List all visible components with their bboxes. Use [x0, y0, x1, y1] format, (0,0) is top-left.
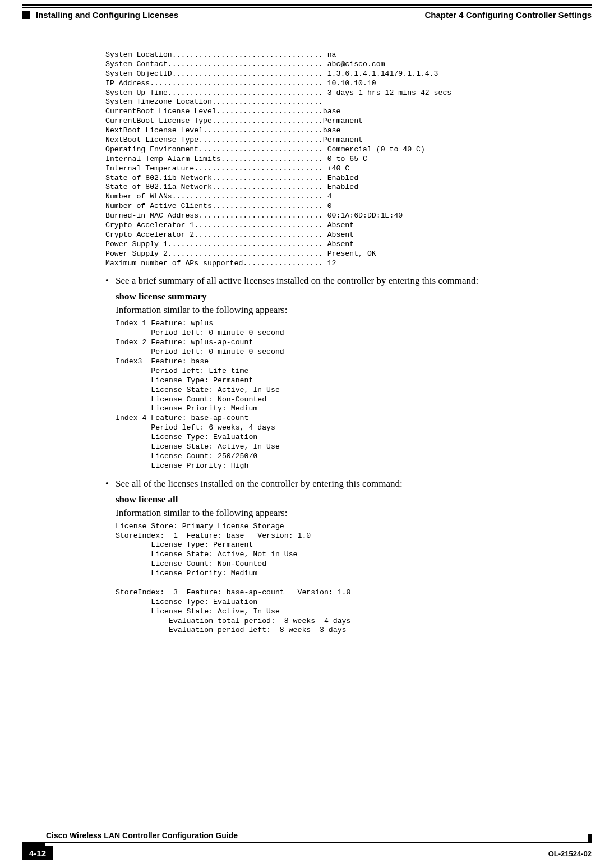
top-rule [22, 4, 592, 6]
footer-right-box-icon [588, 834, 592, 843]
caption-1: Information similar to the following app… [116, 304, 592, 316]
command-2: show license all [116, 494, 592, 505]
bullet-2-text: See all of the licenses installed on the… [116, 478, 403, 491]
document-id: OL-21524-02 [548, 849, 592, 858]
footer-rule-thick [22, 842, 592, 843]
footer-doc-title: Cisco Wireless LAN Controller Configurat… [46, 831, 238, 840]
section-title: Installing and Configuring Licenses [36, 10, 178, 20]
header-left-box-icon [22, 11, 30, 19]
page-header: Installing and Configuring Licenses Chap… [22, 10, 592, 20]
page-number: 4-12 [22, 846, 53, 860]
content-area: System Location.........................… [22, 50, 592, 642]
output-2: License Store: Primary License Storage S… [116, 522, 592, 636]
command-1: show license summary [116, 291, 592, 302]
header-left: Installing and Configuring Licenses [22, 10, 178, 20]
top-rule-thin [22, 7, 592, 8]
caption-2: Information similar to the following app… [116, 507, 592, 519]
bullet-dot-icon: • [105, 275, 116, 288]
chapter-title: Chapter 4 Configuring Controller Setting… [424, 10, 592, 20]
footer-rule-thin [22, 841, 592, 841]
bullet-item-1: • See a brief summary of all active lice… [105, 275, 592, 288]
bullet-dot-icon: • [105, 478, 116, 491]
bullet-item-2: • See all of the licenses installed on t… [105, 478, 592, 491]
bullet-1-text: See a brief summary of all active licens… [116, 275, 478, 288]
sysinfo-output: System Location.........................… [105, 50, 592, 268]
output-1: Index 1 Feature: wplus Period left: 0 mi… [116, 319, 592, 470]
